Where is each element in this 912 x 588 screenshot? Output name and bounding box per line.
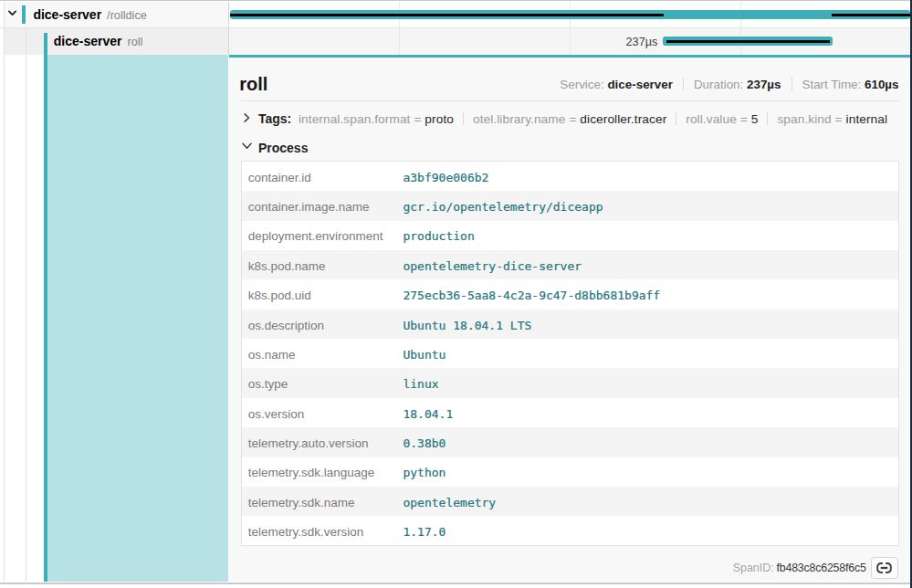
indent-guide [26,28,26,55]
kv-key: os.description [241,310,403,339]
table-row: telemetry.sdk.languagepython [241,457,898,487]
critical-path-segment [230,14,665,16]
span-timeline-cell: 237µs [229,28,911,55]
divider [791,78,792,90]
table-row: os.nameUbuntu [241,339,898,368]
kv-key: k8s.pod.uid [241,279,403,309]
span-detail-header: roll Service: dice-serverDuration: 237µs… [241,58,899,101]
table-row: container.ida3bf90e006b2 [241,162,898,191]
kv-value[interactable]: opentelemetry-dice-server [403,250,898,279]
critical-path-segment [832,14,912,16]
table-row: telemetry.sdk.version1.17.0 [241,516,898,545]
kv-value[interactable]: Ubuntu 18.04.1 LTS [403,310,898,339]
span-duration-label: 237µs [626,36,658,48]
service-name: dice-server [33,7,101,22]
indent-guide [4,28,5,55]
kv-key: os.version [241,398,403,427]
span-row-roll[interactable]: dice-serverroll 237µs [0,27,911,55]
kv-value[interactable]: production [403,221,898,250]
chevron-down-icon [242,142,252,150]
spanid-value: fb483c8c6258f6c5 [777,562,866,574]
tag-key: otel.library.name [473,112,566,126]
kv-value[interactable]: linux [403,368,898,397]
table-row: os.version18.04.1 [241,398,898,427]
table-row: telemetry.auto.version0.38b0 [241,427,898,457]
service-name: dice-server [54,34,122,48]
span-color-bar [44,33,47,57]
indent-guide [26,55,26,582]
tag-value: proto [425,112,454,126]
tag-key: roll.value [686,112,737,126]
starttime-value: 610µs [865,78,899,91]
tags-section-label: Tags: [258,111,291,126]
table-row: k8s.pod.nameopentelemetry-dice-server [241,250,898,279]
critical-path-segment [666,40,829,43]
kv-value[interactable]: a3bf90e006b2 [403,162,898,191]
kv-value[interactable]: 275ecb36-5aa8-4c2a-9c47-d8bb681b9aff [403,279,898,309]
span-bar-rolldice[interactable] [230,10,911,19]
kv-key: container.id [241,162,403,191]
kv-key: k8s.pod.name [241,250,403,279]
span-tree-offset-block [47,55,228,582]
kv-key: telemetry.sdk.name [241,487,403,516]
detail-row-bottom-border [0,583,912,584]
divider [767,112,768,125]
kv-value[interactable]: gcr.io/opentelemetry/diceapp [403,191,898,220]
kv-key: telemetry.sdk.language [241,457,403,487]
span-detail-summary: Service: dice-serverDuration: 237µsStart… [560,78,898,91]
kv-value[interactable]: 1.17.0 [403,516,898,545]
deep-link-button[interactable] [871,557,899,579]
chevron-right-icon [244,113,250,122]
kv-key: os.name [241,339,403,368]
tag-key: internal.span.format [299,112,411,126]
process-accordion[interactable]: Process [241,133,899,162]
tags-summary-list: internal.span.format = protootel.library… [299,112,887,126]
duration-value: 237µs [747,78,781,91]
span-detail-footer: SpanID: fb483c8c6258f6c5 [733,557,898,579]
span-detail-panel: roll Service: dice-serverDuration: 237µs… [229,55,911,582]
kv-key: telemetry.sdk.version [241,516,403,545]
divider [463,112,464,125]
jaeger-trace-view: dice-server/rolldice dice-serverroll [0,0,912,588]
link-icon [876,562,892,573]
tags-accordion[interactable]: Tags: internal.span.format = protootel.l… [241,101,899,133]
starttime-label: Start Time: [802,78,862,91]
process-section-label: Process [258,141,308,155]
divider [683,78,684,90]
table-row: deployment.environmentproduction [241,221,898,250]
kv-value[interactable]: 0.38b0 [403,427,898,457]
span-name-column: dice-serverroll [0,28,229,55]
span-detail-title: roll [239,74,267,95]
kv-value[interactable]: 18.04.1 [403,398,898,427]
table-row: os.descriptionUbuntu 18.04.1 LTS [241,310,898,339]
span-name-column: dice-server/rolldice [0,2,229,28]
indent-guide [4,2,5,28]
tag-value: 5 [751,112,759,126]
indent-guide [4,55,5,582]
kv-key: os.type [241,368,403,397]
operation-name: /rolldice [107,9,147,22]
duration-label: Duration: [694,78,743,91]
divider [676,112,676,125]
table-row: k8s.pod.uid275ecb36-5aa8-4c2a-9c47-d8bb6… [241,279,898,309]
span-row-rolldice[interactable]: dice-server/rolldice [0,2,911,28]
kv-value[interactable]: opentelemetry [403,487,898,516]
span-timeline-cell [229,2,911,28]
span-rows: dice-server/rolldice dice-serverroll [0,2,911,56]
kv-value[interactable]: Ubuntu [403,339,898,368]
tag-key: span.kind [777,112,831,126]
chevron-down-icon[interactable] [8,10,16,16]
span-detail-row: roll Service: dice-serverDuration: 237µs… [0,55,912,582]
table-row: telemetry.sdk.nameopentelemetry [241,487,898,516]
span-color-bar [22,5,26,24]
service-value: dice-server [607,78,672,91]
page-top-border [0,0,912,1]
span-bar-roll[interactable] [663,37,833,46]
service-label: Service: [560,78,603,91]
kv-value[interactable]: python [403,457,898,487]
tag-value: internal [846,112,888,126]
spanid-label: SpanID: [733,562,774,574]
table-row: container.image.namegcr.io/opentelemetry… [241,191,898,220]
process-kv-table: container.ida3bf90e006b2 container.image… [241,161,899,546]
kv-key: deployment.environment [241,221,403,250]
